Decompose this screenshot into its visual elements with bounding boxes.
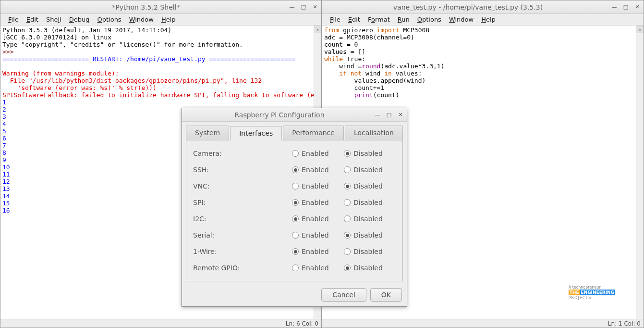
radio-disabled[interactable]: Disabled [344,264,396,272]
config-label: Serial: [193,231,292,239]
radio-icon[interactable] [292,248,299,255]
minimize-icon[interactable]: — [374,112,381,118]
config-label: SPI: [193,199,292,206]
config-row: 1-Wire:EnabledDisabled [193,243,396,260]
menu-window[interactable]: Window [445,14,477,25]
radio-enabled[interactable]: Enabled [292,199,344,206]
radio-enabled[interactable]: Enabled [292,231,344,239]
radio-icon[interactable] [292,232,299,239]
restart-line: ======================= RESTART: /home/p… [2,55,295,63]
tab-performance[interactable]: Performance [283,126,344,140]
radio-icon[interactable] [344,199,351,206]
menu-help[interactable]: Help [158,14,180,25]
config-row: I2C:EnabledDisabled [193,211,396,227]
output-num: 13 [2,185,10,192]
kw: while [324,55,343,63]
radio-icon[interactable] [344,150,351,157]
radio-icon[interactable] [292,150,299,157]
code-line: values = [] [324,48,365,55]
logo-tagline: A technopreneur [569,285,615,290]
maximize-icon[interactable]: □ [386,112,392,118]
minimize-icon[interactable]: — [289,4,295,11]
tab-interfaces[interactable]: Interfaces [230,126,282,140]
radio-icon[interactable] [292,166,299,173]
radio-disabled[interactable]: Disabled [344,166,396,174]
editor-window-controls: — □ ✕ [611,4,641,11]
radio-enabled[interactable]: Enabled [292,215,344,223]
radio-icon[interactable] [344,215,351,222]
radio-disabled[interactable]: Disabled [344,215,396,223]
radio-enabled[interactable]: Enabled [292,264,344,272]
code-text: True: [343,55,365,63]
shell-line: [GCC 6.3.0 20170124] on linux [2,34,111,41]
editor-scrollbar[interactable]: ▴ [636,25,644,319]
shell-menubar: File Edit Shell Debug Options Window Hel… [0,14,321,25]
menu-options[interactable]: Options [413,14,445,25]
radio-disabled[interactable]: Disabled [344,248,396,255]
builtin: round [362,63,380,70]
maximize-icon[interactable]: □ [300,4,307,11]
scroll-up-icon[interactable]: ▴ [636,25,644,33]
output-num: 10 [2,164,10,171]
minimize-icon[interactable]: — [611,4,618,11]
menu-file[interactable]: File [326,14,344,25]
scroll-up-icon[interactable]: ▴ [314,25,321,33]
kw: if not [339,70,362,77]
radio-enabled[interactable]: Enabled [292,166,344,174]
opt-label: Enabled [302,150,329,157]
menu-file[interactable]: File [4,14,23,25]
radio-disabled[interactable]: Disabled [344,199,396,206]
menu-edit[interactable]: Edit [344,14,364,25]
radio-icon[interactable] [344,248,351,255]
opt-label: Disabled [353,199,383,206]
radio-disabled[interactable]: Disabled [344,150,396,157]
menu-help[interactable]: Help [477,14,499,25]
tab-localisation[interactable]: Localisation [345,126,403,140]
output-num: 11 [2,171,10,178]
close-icon[interactable]: ✕ [397,112,404,118]
menu-edit[interactable]: Edit [23,14,42,25]
dialog-buttons: Cancel OK [182,285,407,306]
opt-label: Enabled [302,231,329,239]
close-icon[interactable]: ✕ [634,4,641,11]
output-num: 1 [2,99,6,106]
raspi-config-dialog: Raspberry Pi Configuration — □ ✕ System … [182,108,407,307]
radio-icon[interactable] [344,183,351,189]
tab-system[interactable]: System [186,126,229,140]
shell-window-controls: — □ ✕ [289,4,318,11]
opt-label: Enabled [302,182,329,190]
radio-icon[interactable] [344,232,351,239]
ok-button[interactable]: OK [370,288,402,302]
radio-icon[interactable] [292,215,299,222]
menu-debug[interactable]: Debug [65,14,94,25]
close-icon[interactable]: ✕ [312,4,318,11]
config-row: VNC:EnabledDisabled [193,178,396,194]
code-text: (adc.value*3.3,1) [380,63,444,70]
menu-shell[interactable]: Shell [42,14,65,25]
radio-icon[interactable] [344,166,351,173]
config-row: Remote GPIO:EnabledDisabled [193,260,396,276]
menu-format[interactable]: Format [364,14,394,25]
menu-run[interactable]: Run [394,14,413,25]
menu-window[interactable]: Window [125,14,158,25]
output-num: 14 [2,192,10,200]
radio-enabled[interactable]: Enabled [292,248,344,255]
menu-options[interactable]: Options [93,14,125,25]
radio-icon[interactable] [292,199,299,206]
code-text: wind = [324,63,362,70]
radio-icon[interactable] [292,265,299,271]
radio-enabled[interactable]: Enabled [292,150,344,157]
shell-titlebar: *Python 3.5.2 Shell* — □ ✕ [0,0,321,14]
cancel-button[interactable]: Cancel [321,288,366,302]
radio-disabled[interactable]: Disabled [344,182,396,190]
radio-icon[interactable] [344,265,351,271]
output-num: 8 [2,149,6,156]
radio-enabled[interactable]: Enabled [292,182,344,190]
maximize-icon[interactable]: □ [622,4,629,11]
config-tabs: System Interfaces Performance Localisati… [186,126,403,140]
logo-text: PROJECTS [569,296,592,300]
opt-label: Disabled [353,150,383,157]
radio-icon[interactable] [292,183,299,189]
radio-disabled[interactable]: Disabled [344,231,396,239]
shell-line: Type "copyright", "credits" or "license(… [2,41,243,48]
